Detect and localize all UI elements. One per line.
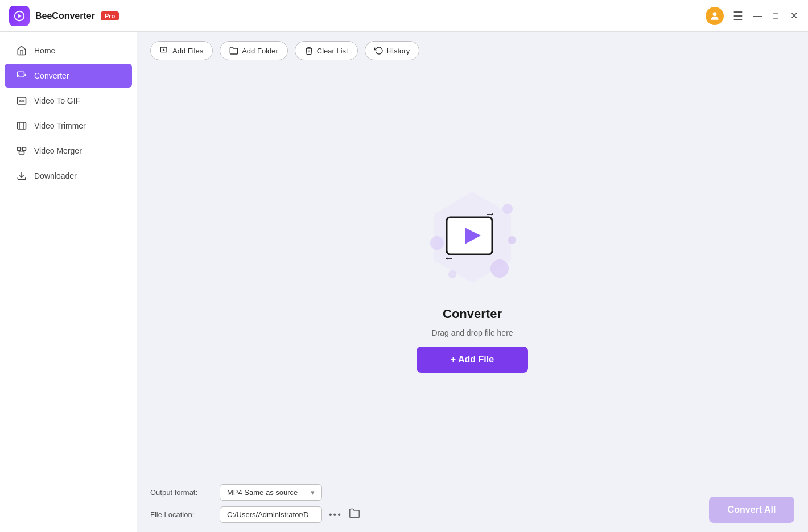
svg-point-22 — [448, 270, 456, 278]
add-folder-label: Add Folder — [242, 47, 278, 55]
add-folder-button[interactable]: Add Folder — [220, 41, 288, 60]
sidebar-item-video-trimmer[interactable]: Video Trimmer — [5, 114, 132, 138]
more-options-button[interactable]: ••• — [329, 510, 342, 520]
sidebar-label-gif: Video To GIF — [34, 96, 80, 105]
svg-rect-6 — [18, 122, 26, 129]
sidebar-label-trimmer: Video Trimmer — [34, 121, 86, 130]
app-logo — [9, 6, 30, 26]
sidebar-item-video-merger[interactable]: Video Merger — [5, 139, 132, 163]
bottom-bar: Output format: MP4 Same as source ▾ File… — [137, 477, 808, 532]
main-layout: Home Converter GIF Video To GIF — [0, 32, 808, 532]
sidebar-label-converter: Converter — [34, 71, 69, 80]
sidebar-label-merger: Video Merger — [34, 146, 82, 155]
bottom-left: Output format: MP4 Same as source ▾ File… — [150, 484, 360, 523]
sidebar-item-downloader[interactable]: Downloader — [5, 164, 132, 188]
content-area: Add Files Add Folder Clear List — [137, 32, 808, 532]
add-file-button[interactable]: + Add File — [417, 347, 528, 373]
sidebar-item-converter[interactable]: Converter — [5, 64, 132, 88]
converter-icon-container: → ← — [441, 212, 504, 263]
close-button[interactable]: ✕ — [789, 11, 799, 21]
svg-marker-1 — [18, 14, 22, 18]
svg-point-2 — [713, 12, 717, 16]
drop-title: Converter — [443, 307, 502, 321]
app-title: BeeConverter — [35, 11, 95, 21]
svg-text:←: ← — [443, 251, 455, 263]
minimize-button[interactable]: — — [752, 11, 762, 21]
svg-rect-9 — [18, 147, 21, 150]
menu-icon[interactable]: ☰ — [733, 9, 743, 23]
file-location-row: File Location: C:/Users/Administrator/D … — [150, 506, 360, 523]
sidebar-item-home[interactable]: Home — [5, 39, 132, 63]
add-files-button[interactable]: Add Files — [150, 41, 213, 60]
browse-folder-button[interactable] — [349, 508, 360, 522]
sidebar-item-video-to-gif[interactable]: GIF Video To GIF — [5, 89, 132, 113]
drop-zone: → ← Converter Drag and drop file here + … — [137, 69, 808, 477]
drop-subtitle: Drag and drop file here — [431, 328, 513, 337]
trimmer-icon — [16, 120, 27, 131]
download-icon — [16, 170, 27, 182]
svg-point-20 — [502, 204, 513, 214]
sidebar-label-home: Home — [34, 46, 55, 55]
svg-rect-11 — [19, 151, 24, 154]
svg-text:GIF: GIF — [19, 100, 25, 103]
file-location-label: File Location: — [150, 510, 213, 519]
pro-badge: Pro — [101, 11, 119, 20]
converter-icon-svg: → ← — [441, 212, 504, 263]
add-files-label: Add Files — [172, 47, 203, 55]
svg-rect-10 — [23, 147, 26, 150]
chevron-down-icon: ▾ — [311, 488, 315, 497]
svg-text:→: → — [484, 212, 496, 220]
clear-list-button[interactable]: Clear List — [295, 41, 358, 60]
title-bar: BeeConverter Pro ☰ — □ ✕ — [0, 0, 808, 32]
maximize-button[interactable]: □ — [770, 11, 781, 21]
sidebar-label-downloader: Downloader — [34, 171, 77, 180]
title-bar-left: BeeConverter Pro — [9, 6, 706, 26]
convert-all-button[interactable]: Convert All — [709, 497, 794, 523]
toolbar: Add Files Add Folder Clear List — [137, 32, 808, 69]
format-value: MP4 Same as source — [227, 488, 298, 497]
history-button[interactable]: History — [365, 41, 419, 60]
history-label: History — [387, 47, 410, 55]
file-location-input: C:/Users/Administrator/D — [220, 506, 322, 523]
converter-icon — [16, 70, 27, 81]
file-location-value: C:/Users/Administrator/D — [227, 510, 309, 519]
output-format-select[interactable]: MP4 Same as source ▾ — [220, 484, 322, 501]
gif-icon: GIF — [16, 95, 27, 106]
output-format-row: Output format: MP4 Same as source ▾ — [150, 484, 360, 501]
svg-rect-3 — [18, 72, 24, 77]
home-icon — [16, 45, 27, 56]
merger-icon — [16, 145, 27, 156]
window-controls: — □ ✕ — [752, 11, 799, 21]
user-avatar[interactable] — [706, 7, 724, 25]
title-bar-right: ☰ — □ ✕ — [706, 7, 799, 25]
svg-point-23 — [508, 236, 516, 244]
sidebar: Home Converter GIF Video To GIF — [0, 32, 137, 532]
drop-illustration: → ← — [410, 175, 535, 300]
clear-list-label: Clear List — [317, 47, 348, 55]
output-format-label: Output format: — [150, 488, 213, 497]
